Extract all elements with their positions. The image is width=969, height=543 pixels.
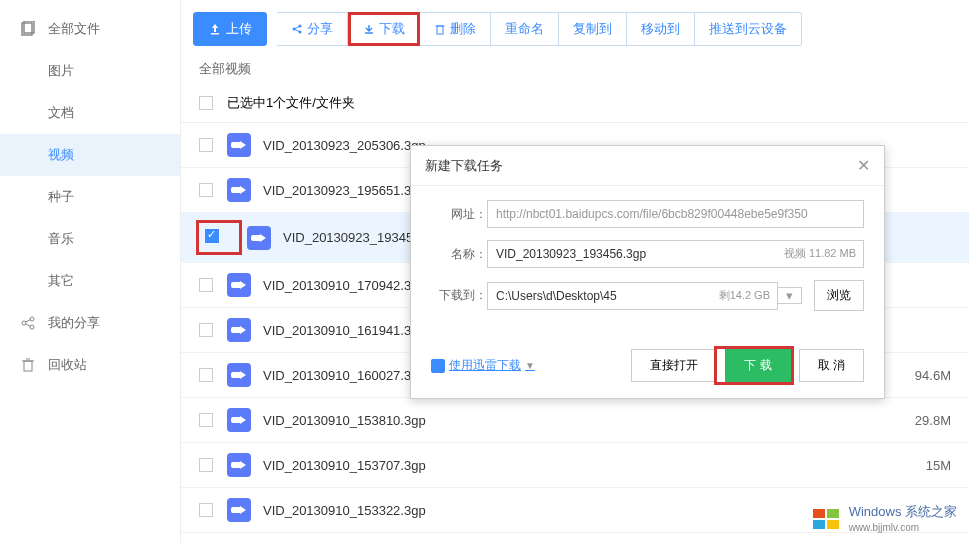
dest-suffix: 剩14.2 GB — [719, 288, 770, 303]
dialog-title: 新建下载任务 — [425, 157, 503, 175]
sidebar-item-images[interactable]: 图片 — [0, 50, 180, 92]
watermark: Windows 系统之家 www.bjjmlv.com — [811, 504, 957, 535]
browse-button[interactable]: 浏览 — [814, 280, 864, 311]
file-checkbox[interactable] — [199, 368, 213, 382]
dest-label: 下载到： — [431, 287, 487, 304]
upload-icon — [208, 22, 222, 36]
name-label: 名称： — [431, 246, 487, 263]
svg-point-3 — [30, 317, 34, 321]
file-row[interactable]: VID_20130910_153810.3gp 29.8M — [181, 398, 969, 443]
video-file-icon — [227, 273, 251, 297]
push-button[interactable]: 推送到云设备 — [695, 12, 802, 46]
file-checkbox[interactable] — [199, 458, 213, 472]
moveto-button[interactable]: 移动到 — [627, 12, 695, 46]
file-size: 15M — [926, 458, 951, 473]
video-file-icon — [227, 498, 251, 522]
sidebar-recycle[interactable]: 回收站 — [0, 344, 180, 386]
svg-line-6 — [26, 324, 31, 327]
windows-logo-icon — [811, 505, 843, 533]
subtitle: 全部视频 — [181, 50, 969, 84]
url-input[interactable] — [487, 200, 864, 228]
sidebar-item-docs[interactable]: 文档 — [0, 92, 180, 134]
file-size: 29.8M — [915, 413, 951, 428]
upload-button[interactable]: 上传 — [193, 12, 267, 46]
share-button[interactable]: 分享 — [277, 12, 348, 46]
sidebar-item-music[interactable]: 音乐 — [0, 218, 180, 260]
file-checkbox[interactable] — [199, 503, 213, 517]
thunder-link[interactable]: 使用迅雷下载▼ — [449, 357, 535, 374]
sidebar-item-seeds[interactable]: 种子 — [0, 176, 180, 218]
share-icon — [291, 23, 303, 35]
trash-icon — [20, 357, 36, 373]
chevron-down-icon: ▼ — [525, 360, 535, 371]
svg-point-4 — [30, 325, 34, 329]
sidebar-label: 回收站 — [48, 356, 87, 374]
file-name: VID_20130910_153707.3gp — [263, 458, 926, 473]
dialog-download-button[interactable]: 下 载 — [725, 349, 790, 382]
selected-count: 已选中1个文件/文件夹 — [227, 94, 355, 112]
files-icon — [20, 21, 36, 37]
copyto-button[interactable]: 复制到 — [559, 12, 627, 46]
svg-rect-20 — [827, 509, 839, 518]
sidebar-label: 我的分享 — [48, 314, 100, 332]
download-highlight: 下 载 — [717, 349, 790, 382]
select-all-row: 已选中1个文件/文件夹 — [181, 84, 969, 123]
open-direct-button[interactable]: 直接打开 — [631, 349, 717, 382]
file-checkbox[interactable] — [205, 229, 219, 243]
svg-line-14 — [295, 27, 299, 29]
svg-rect-10 — [211, 33, 219, 35]
video-file-icon — [227, 408, 251, 432]
toolbar: 上传 分享 下载 删除 重命名 复制到 移动 — [181, 8, 969, 50]
file-checkbox[interactable] — [199, 278, 213, 292]
sidebar-my-share[interactable]: 我的分享 — [0, 302, 180, 344]
select-all-checkbox[interactable] — [199, 96, 213, 110]
video-file-icon — [227, 453, 251, 477]
svg-rect-17 — [437, 26, 443, 34]
svg-rect-19 — [813, 509, 825, 518]
dest-dropdown[interactable]: ▾ — [778, 287, 802, 304]
svg-rect-22 — [827, 520, 839, 529]
file-name: VID_20130910_153810.3gp — [263, 413, 915, 428]
svg-line-15 — [295, 30, 299, 32]
svg-line-5 — [26, 320, 31, 323]
svg-rect-7 — [24, 361, 32, 371]
svg-rect-21 — [813, 520, 825, 529]
watermark-text: Windows 系统之家 www.bjjmlv.com — [849, 504, 957, 535]
name-suffix: 视频 11.82 MB — [784, 246, 856, 261]
close-icon[interactable]: ✕ — [857, 156, 870, 175]
share-icon — [20, 315, 36, 331]
file-size: 94.6M — [915, 368, 951, 383]
rename-button[interactable]: 重命名 — [491, 12, 559, 46]
sidebar-all-files[interactable]: 全部文件 — [0, 8, 180, 50]
thunder-icon — [431, 359, 445, 373]
sidebar-item-videos[interactable]: 视频 — [0, 134, 180, 176]
download-icon — [363, 23, 375, 35]
file-checkbox[interactable] — [199, 183, 213, 197]
video-file-icon — [227, 133, 251, 157]
file-checkbox[interactable] — [199, 413, 213, 427]
file-checkbox[interactable] — [199, 138, 213, 152]
file-checkbox[interactable] — [199, 323, 213, 337]
sidebar-item-other[interactable]: 其它 — [0, 260, 180, 302]
sidebar-label: 全部文件 — [48, 20, 100, 38]
cancel-button[interactable]: 取 消 — [799, 349, 864, 382]
video-file-icon — [227, 318, 251, 342]
download-button[interactable]: 下载 — [348, 12, 420, 46]
video-file-icon — [227, 363, 251, 387]
url-label: 网址： — [431, 206, 487, 223]
video-file-icon — [247, 226, 271, 250]
file-row[interactable]: VID_20130910_153707.3gp 15M — [181, 443, 969, 488]
delete-button[interactable]: 删除 — [420, 12, 491, 46]
trash-icon — [434, 23, 446, 35]
download-dialog: 新建下载任务 ✕ 网址： 名称： 视频 11.82 MB 下载到： 剩14.2 … — [410, 145, 885, 399]
checkbox-highlight — [199, 223, 239, 252]
video-file-icon — [227, 178, 251, 202]
